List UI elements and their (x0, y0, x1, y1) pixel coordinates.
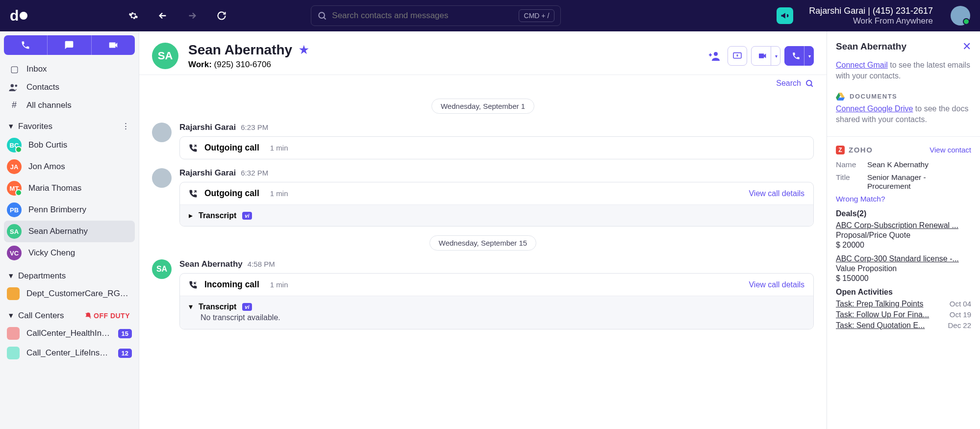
outgoing-call-icon (189, 144, 198, 152)
search-input[interactable] (327, 11, 518, 21)
hash-icon: # (9, 100, 20, 110)
chevron-down-icon: ▾ (9, 310, 13, 321)
megaphone-icon[interactable] (777, 7, 793, 24)
deal-link[interactable]: ABC Corp-300 Standard license -... (836, 254, 971, 263)
nav-channels[interactable]: #All channels (4, 96, 135, 114)
sidebar-favorite-item[interactable]: VCVicky Cheng (4, 242, 135, 264)
deal-link[interactable]: ABC Corp-Subscription Renewal ... (836, 221, 971, 230)
search-icon (317, 11, 327, 21)
chevron-down-icon: ▾ (9, 121, 13, 131)
user-status: Work From Anywhere (809, 16, 933, 26)
sender-name: Rajarshi Garai (179, 168, 236, 178)
contacts-icon (9, 83, 20, 91)
video-call-button[interactable]: ▾ (751, 46, 780, 66)
callcenter-color-icon (7, 347, 20, 359)
activity-link[interactable]: Task: Send Quotation E... (836, 321, 944, 330)
sidebar-callcenter-item[interactable]: CallCenter_HealthIns...15 (4, 324, 135, 343)
activity-link[interactable]: Task: Follow Up For Fina... (836, 310, 946, 319)
google-drive-icon (836, 93, 845, 101)
avatar (152, 168, 172, 188)
close-icon[interactable]: ✕ (962, 40, 971, 53)
message-time: 6:23 PM (241, 123, 268, 131)
new-message-button[interactable] (47, 35, 91, 55)
callcenters-header[interactable]: ▾ Call Centers OFF DUTY (4, 303, 135, 324)
kbd-hint: CMD + / (519, 9, 555, 22)
message-time: 6:32 PM (241, 169, 268, 177)
chevron-down-icon: ▾ (189, 302, 193, 311)
avatar: MT (7, 181, 22, 196)
avatar: SA (152, 259, 172, 279)
nav-inbox[interactable]: ▢Inbox (4, 60, 135, 78)
avatar: VC (7, 246, 22, 260)
zoho-icon: Z (836, 146, 845, 154)
zoho-title-value: Senior Manager - Procurement (867, 173, 971, 191)
vi-badge: vi (242, 303, 251, 311)
more-icon[interactable]: ⋮ (122, 121, 130, 131)
wrong-match-link[interactable]: Wrong Match? (836, 195, 971, 203)
sender-name: Rajarshi Garai (179, 123, 236, 132)
sidebar-favorite-item[interactable]: MTMaria Thomas (4, 177, 135, 199)
avatar: SA (7, 224, 22, 239)
inbox-icon: ▢ (9, 64, 20, 75)
connect-gmail-link[interactable]: Connect Gmail (836, 61, 888, 69)
off-duty-badge: OFF DUTY (85, 312, 130, 320)
back-icon[interactable] (154, 7, 172, 25)
date-separator: Wednesday, September 15 (429, 235, 536, 251)
view-contact-link[interactable]: View contact (930, 146, 971, 154)
current-user-info[interactable]: Rajarshi Garai | (415) 231-2617 Work Fro… (809, 6, 933, 26)
new-video-button[interactable] (91, 35, 135, 55)
transcript-body: No transcript available. (180, 313, 813, 329)
chevron-down-icon[interactable]: ▾ (775, 53, 778, 59)
view-call-details-link[interactable]: View call details (749, 280, 804, 289)
count-badge: 15 (118, 329, 132, 338)
count-badge: 12 (118, 349, 132, 358)
app-logo[interactable]: d (10, 7, 27, 24)
search-icon (805, 79, 814, 88)
departments-header[interactable]: ▾ Departments (4, 264, 135, 284)
outgoing-call-icon (189, 189, 198, 198)
conversation-search[interactable]: Search (139, 75, 827, 92)
chevron-right-icon: ▸ (189, 211, 193, 220)
chevron-down-icon[interactable]: ▾ (808, 53, 811, 59)
avatar: BC (7, 138, 22, 152)
global-search[interactable]: CMD + / (311, 5, 561, 26)
screen-share-button[interactable] (728, 46, 747, 66)
star-icon[interactable]: ★ (299, 44, 309, 56)
sidebar-favorite-item[interactable]: PBPenn Brimberry (4, 199, 135, 221)
avatar (152, 123, 172, 142)
view-call-details-link[interactable]: View call details (749, 189, 804, 198)
svg-point-3 (714, 52, 718, 56)
refresh-icon[interactable] (213, 7, 230, 25)
svg-point-0 (319, 12, 325, 18)
call-card: Outgoing call 1 min View call details ▸ … (179, 182, 814, 227)
sidebar-favorite-item[interactable]: JAJon Amos (4, 156, 135, 177)
gear-icon[interactable] (125, 7, 142, 25)
activity-link[interactable]: Task: Prep Talking Points (836, 300, 946, 308)
sender-name: Sean Abernathy (179, 259, 243, 269)
sidebar-department-item[interactable]: Dept_CustomerCare_RGC... (4, 284, 135, 303)
zoho-name-value: Sean K Abernathy (867, 160, 929, 169)
date-separator: Wednesday, September 1 (431, 99, 534, 114)
svg-point-1 (11, 84, 14, 87)
new-call-button[interactable] (4, 35, 47, 55)
chevron-down-icon: ▾ (9, 271, 13, 281)
incoming-call-icon (189, 280, 198, 289)
sidebar-callcenter-item[interactable]: Call_Center_LifeInsur...12 (4, 343, 135, 363)
callcenter-color-icon (7, 327, 20, 340)
add-contact-icon[interactable] (709, 51, 721, 61)
favorites-header[interactable]: ▾ Favorites ⋮ (4, 114, 135, 134)
sidebar-favorite-item[interactable]: SASean Abernathy (4, 221, 135, 242)
vi-badge: vi (242, 212, 251, 220)
sidebar-favorite-item[interactable]: BCBob Curtis (4, 134, 135, 156)
nav-contacts[interactable]: Contacts (4, 78, 135, 96)
svg-point-2 (15, 84, 17, 87)
connect-gdrive-link[interactable]: Connect Google Drive (836, 104, 913, 113)
avatar[interactable] (951, 6, 970, 25)
contact-avatar: SA (152, 43, 178, 69)
avatar: PB (7, 202, 22, 217)
call-card: Outgoing call 1 min (179, 136, 814, 159)
transcript-toggle[interactable]: ▸ Transcript vi (180, 204, 813, 226)
call-button[interactable]: ▾ (784, 46, 814, 66)
svg-point-5 (806, 80, 812, 86)
phone-label: Work: (188, 60, 212, 69)
